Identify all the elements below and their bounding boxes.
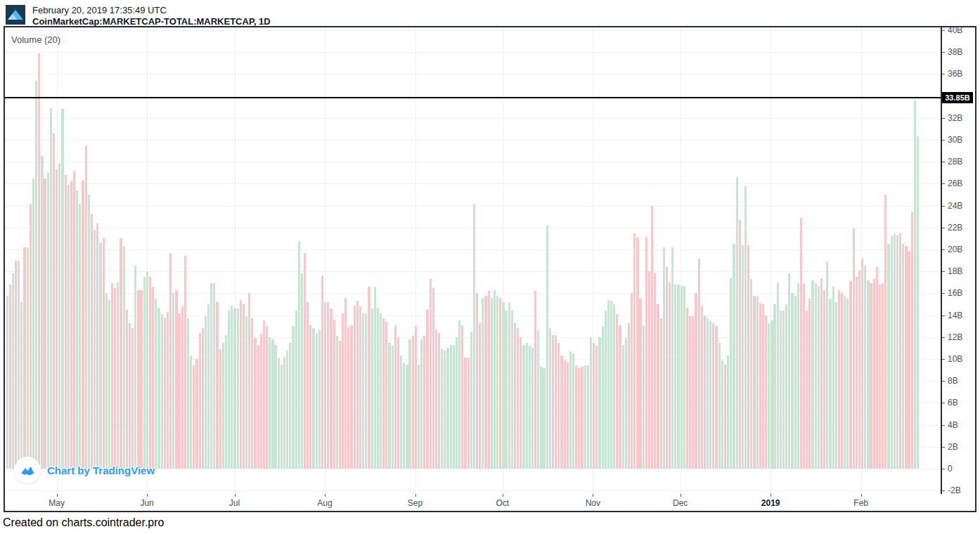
volume-bar[interactable] bbox=[820, 278, 823, 469]
volume-bar[interactable] bbox=[406, 365, 408, 469]
volume-bar[interactable] bbox=[526, 343, 528, 469]
volume-bar[interactable] bbox=[695, 293, 697, 469]
volume-bar[interactable] bbox=[240, 300, 242, 469]
volume-bar[interactable] bbox=[432, 288, 434, 469]
volume-bar[interactable] bbox=[412, 336, 414, 469]
volume-bar[interactable] bbox=[742, 245, 744, 469]
volume-bar[interactable] bbox=[307, 302, 309, 469]
volume-bar[interactable] bbox=[567, 363, 569, 469]
volume-bar[interactable] bbox=[917, 136, 919, 469]
volume-bar[interactable] bbox=[123, 246, 125, 469]
volume-bar[interactable] bbox=[283, 357, 285, 469]
volume-bar[interactable] bbox=[470, 332, 472, 469]
attribution-link[interactable]: Chart by TradingView bbox=[47, 464, 155, 476]
volume-bar[interactable] bbox=[330, 308, 332, 469]
volume-bar[interactable] bbox=[321, 275, 323, 469]
volume-bar[interactable] bbox=[782, 311, 785, 469]
volume-bar[interactable] bbox=[832, 287, 834, 469]
volume-bar[interactable] bbox=[534, 291, 536, 469]
volume-bar[interactable] bbox=[450, 345, 452, 469]
volume-bar[interactable] bbox=[461, 325, 463, 469]
volume-bar[interactable] bbox=[619, 325, 621, 469]
volume-bar[interactable] bbox=[908, 252, 910, 469]
volume-bar[interactable] bbox=[780, 311, 782, 469]
volume-bar[interactable] bbox=[677, 285, 679, 469]
volume-bar[interactable] bbox=[575, 365, 577, 469]
volume-bar[interactable] bbox=[237, 308, 239, 469]
volume-bar[interactable] bbox=[41, 156, 43, 469]
volume-bar[interactable] bbox=[251, 318, 253, 469]
volume-bar[interactable] bbox=[131, 328, 134, 469]
volume-bar[interactable] bbox=[423, 336, 425, 469]
volume-bar[interactable] bbox=[359, 306, 361, 469]
volume-bar[interactable] bbox=[18, 261, 20, 469]
volume-bar[interactable] bbox=[205, 316, 207, 469]
volume-bar[interactable] bbox=[99, 243, 101, 469]
volume-bar[interactable] bbox=[736, 177, 738, 469]
volume-bar[interactable] bbox=[137, 290, 139, 469]
volume-bar[interactable] bbox=[219, 349, 221, 469]
volume-bar[interactable] bbox=[727, 356, 729, 469]
volume-bar[interactable] bbox=[806, 311, 808, 469]
volume-bar[interactable] bbox=[388, 343, 390, 469]
volume-bar[interactable] bbox=[339, 341, 341, 469]
volume-bar[interactable] bbox=[861, 259, 863, 469]
volume-bar[interactable] bbox=[651, 206, 653, 469]
volume-bar[interactable] bbox=[392, 346, 394, 469]
volume-bar[interactable] bbox=[73, 171, 75, 469]
volume-bar[interactable] bbox=[9, 285, 11, 469]
volume-bar[interactable] bbox=[846, 299, 849, 469]
volume-bar[interactable] bbox=[70, 181, 72, 469]
volume-bar[interactable] bbox=[354, 306, 356, 469]
volume-bar[interactable] bbox=[517, 328, 519, 469]
time-axis[interactable]: MayJunJulAugSepOctNovDec2019Feb bbox=[5, 494, 941, 511]
volume-bar[interactable] bbox=[438, 333, 440, 469]
volume-bar[interactable] bbox=[56, 169, 58, 469]
volume-bar[interactable] bbox=[914, 100, 916, 469]
volume-bar[interactable] bbox=[65, 175, 67, 469]
volume-bar[interactable] bbox=[529, 346, 531, 469]
volume-bar[interactable] bbox=[707, 318, 709, 469]
volume-bar[interactable] bbox=[724, 365, 726, 469]
volume-bar[interactable] bbox=[759, 303, 761, 469]
volume-bar[interactable] bbox=[838, 290, 840, 469]
volume-bar[interactable] bbox=[243, 304, 245, 469]
volume-bar[interactable] bbox=[216, 302, 218, 469]
volume-bar[interactable] bbox=[739, 220, 741, 469]
volume-bar[interactable] bbox=[134, 266, 136, 469]
volume-bar[interactable] bbox=[79, 204, 81, 469]
volume-bar[interactable] bbox=[103, 238, 105, 469]
volume-bar[interactable] bbox=[593, 343, 595, 469]
volume-bar[interactable] bbox=[304, 253, 306, 469]
volume-bar[interactable] bbox=[50, 108, 52, 469]
volume-bar[interactable] bbox=[639, 299, 641, 469]
volume-bar[interactable] bbox=[228, 311, 230, 469]
volume-bar[interactable] bbox=[870, 283, 872, 469]
volume-bar[interactable] bbox=[453, 346, 455, 469]
volume-bar[interactable] bbox=[342, 313, 344, 469]
volume-bar[interactable] bbox=[704, 315, 706, 469]
volume-bar[interactable] bbox=[773, 304, 775, 469]
volume-bar[interactable] bbox=[35, 81, 37, 469]
volume-bar[interactable] bbox=[309, 325, 311, 469]
volume-bar[interactable] bbox=[815, 283, 817, 469]
volume-bar[interactable] bbox=[6, 296, 8, 469]
volume-bar[interactable] bbox=[829, 299, 831, 469]
volume-bar[interactable] bbox=[771, 320, 773, 469]
volume-bar[interactable] bbox=[53, 134, 55, 469]
volume-bar[interactable] bbox=[499, 298, 501, 469]
volume-bar[interactable] bbox=[140, 290, 142, 469]
volume-bar[interactable] bbox=[502, 302, 504, 469]
volume-bar[interactable] bbox=[382, 318, 385, 469]
volume-bar[interactable] bbox=[347, 327, 349, 469]
volume-bar[interactable] bbox=[753, 296, 755, 469]
volume-bar[interactable] bbox=[896, 235, 898, 469]
volume-bar[interactable] bbox=[269, 337, 271, 469]
volume-bar[interactable] bbox=[149, 277, 151, 469]
volume-bar[interactable] bbox=[96, 223, 98, 469]
volume-bar[interactable] bbox=[146, 271, 148, 469]
volume-bar[interactable] bbox=[803, 283, 805, 469]
volume-bar[interactable] bbox=[456, 337, 458, 469]
volume-bar[interactable] bbox=[47, 173, 49, 469]
volume-bar[interactable] bbox=[666, 267, 668, 469]
